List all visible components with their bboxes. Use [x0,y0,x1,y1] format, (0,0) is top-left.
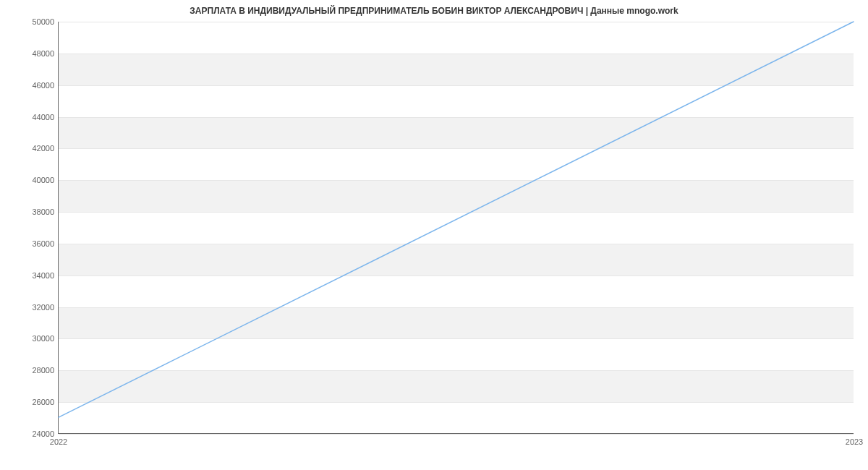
y-axis-label: 36000 [32,239,54,248]
y-axis-label: 30000 [32,334,54,343]
y-axis-label: 50000 [32,17,54,26]
chart-title: ЗАРПЛАТА В ИНДИВИДУАЛЬНЫЙ ПРЕДПРИНИМАТЕЛ… [0,6,868,16]
y-axis-label: 38000 [32,208,54,216]
x-axis-label: 2022 [50,437,67,446]
y-axis-label: 32000 [32,303,54,312]
y-axis-label: 34000 [32,271,54,280]
data-line [59,22,854,417]
y-axis-label: 44000 [32,113,54,121]
chart-container: ЗАРПЛАТА В ИНДИВИДУАЛЬНЫЙ ПРЕДПРИНИМАТЕЛ… [0,0,868,470]
y-axis-label: 40000 [32,176,54,184]
y-axis-label: 28000 [32,366,54,375]
y-axis-label: 46000 [32,81,54,90]
x-axis-label: 2023 [846,437,863,446]
y-axis-label: 48000 [32,49,54,58]
y-axis-label: 26000 [32,398,54,406]
chart-line [59,22,854,433]
plot-area: 2400026000280003000032000340003600038000… [58,22,854,434]
y-axis-label: 42000 [32,144,54,153]
y-grid-line [59,434,854,435]
